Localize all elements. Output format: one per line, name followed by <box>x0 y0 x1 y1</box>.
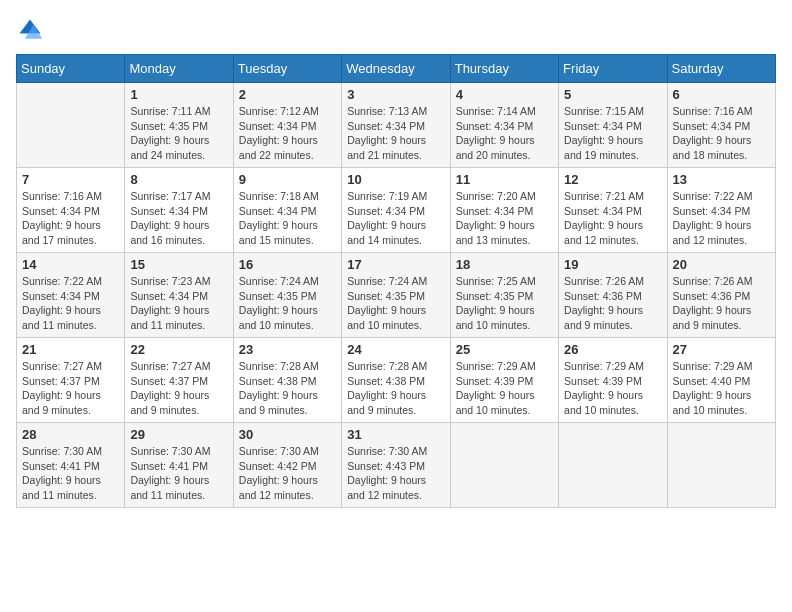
calendar-cell <box>17 83 125 168</box>
day-info: Sunrise: 7:22 AMSunset: 4:34 PMDaylight:… <box>673 189 770 248</box>
day-number: 17 <box>347 257 444 272</box>
calendar-cell: 29Sunrise: 7:30 AMSunset: 4:41 PMDayligh… <box>125 423 233 508</box>
calendar-cell: 26Sunrise: 7:29 AMSunset: 4:39 PMDayligh… <box>559 338 667 423</box>
calendar-header-row: SundayMondayTuesdayWednesdayThursdayFrid… <box>17 55 776 83</box>
calendar-cell <box>559 423 667 508</box>
calendar-cell: 30Sunrise: 7:30 AMSunset: 4:42 PMDayligh… <box>233 423 341 508</box>
day-number: 11 <box>456 172 553 187</box>
day-number: 19 <box>564 257 661 272</box>
day-number: 2 <box>239 87 336 102</box>
day-number: 3 <box>347 87 444 102</box>
day-number: 15 <box>130 257 227 272</box>
day-number: 25 <box>456 342 553 357</box>
day-number: 6 <box>673 87 770 102</box>
calendar-cell: 20Sunrise: 7:26 AMSunset: 4:36 PMDayligh… <box>667 253 775 338</box>
calendar-cell: 4Sunrise: 7:14 AMSunset: 4:34 PMDaylight… <box>450 83 558 168</box>
calendar-cell: 13Sunrise: 7:22 AMSunset: 4:34 PMDayligh… <box>667 168 775 253</box>
column-header-thursday: Thursday <box>450 55 558 83</box>
calendar-cell: 23Sunrise: 7:28 AMSunset: 4:38 PMDayligh… <box>233 338 341 423</box>
day-number: 5 <box>564 87 661 102</box>
calendar-cell: 17Sunrise: 7:24 AMSunset: 4:35 PMDayligh… <box>342 253 450 338</box>
calendar-cell: 6Sunrise: 7:16 AMSunset: 4:34 PMDaylight… <box>667 83 775 168</box>
logo-icon <box>16 16 44 44</box>
calendar-cell: 10Sunrise: 7:19 AMSunset: 4:34 PMDayligh… <box>342 168 450 253</box>
day-info: Sunrise: 7:30 AMSunset: 4:41 PMDaylight:… <box>22 444 119 503</box>
day-number: 26 <box>564 342 661 357</box>
day-info: Sunrise: 7:11 AMSunset: 4:35 PMDaylight:… <box>130 104 227 163</box>
calendar-cell: 1Sunrise: 7:11 AMSunset: 4:35 PMDaylight… <box>125 83 233 168</box>
calendar-cell: 16Sunrise: 7:24 AMSunset: 4:35 PMDayligh… <box>233 253 341 338</box>
day-info: Sunrise: 7:12 AMSunset: 4:34 PMDaylight:… <box>239 104 336 163</box>
day-number: 22 <box>130 342 227 357</box>
day-number: 24 <box>347 342 444 357</box>
day-info: Sunrise: 7:20 AMSunset: 4:34 PMDaylight:… <box>456 189 553 248</box>
day-info: Sunrise: 7:26 AMSunset: 4:36 PMDaylight:… <box>673 274 770 333</box>
day-number: 1 <box>130 87 227 102</box>
day-number: 29 <box>130 427 227 442</box>
day-info: Sunrise: 7:26 AMSunset: 4:36 PMDaylight:… <box>564 274 661 333</box>
day-number: 21 <box>22 342 119 357</box>
calendar-cell: 22Sunrise: 7:27 AMSunset: 4:37 PMDayligh… <box>125 338 233 423</box>
calendar-cell: 28Sunrise: 7:30 AMSunset: 4:41 PMDayligh… <box>17 423 125 508</box>
day-info: Sunrise: 7:24 AMSunset: 4:35 PMDaylight:… <box>239 274 336 333</box>
day-info: Sunrise: 7:30 AMSunset: 4:41 PMDaylight:… <box>130 444 227 503</box>
calendar-cell: 19Sunrise: 7:26 AMSunset: 4:36 PMDayligh… <box>559 253 667 338</box>
day-number: 27 <box>673 342 770 357</box>
day-number: 18 <box>456 257 553 272</box>
day-number: 13 <box>673 172 770 187</box>
day-number: 12 <box>564 172 661 187</box>
day-info: Sunrise: 7:30 AMSunset: 4:43 PMDaylight:… <box>347 444 444 503</box>
calendar-cell: 24Sunrise: 7:28 AMSunset: 4:38 PMDayligh… <box>342 338 450 423</box>
day-info: Sunrise: 7:23 AMSunset: 4:34 PMDaylight:… <box>130 274 227 333</box>
day-number: 4 <box>456 87 553 102</box>
calendar-cell <box>450 423 558 508</box>
day-info: Sunrise: 7:16 AMSunset: 4:34 PMDaylight:… <box>22 189 119 248</box>
calendar-cell: 25Sunrise: 7:29 AMSunset: 4:39 PMDayligh… <box>450 338 558 423</box>
calendar-cell <box>667 423 775 508</box>
day-number: 7 <box>22 172 119 187</box>
day-number: 10 <box>347 172 444 187</box>
day-number: 14 <box>22 257 119 272</box>
calendar-cell: 14Sunrise: 7:22 AMSunset: 4:34 PMDayligh… <box>17 253 125 338</box>
calendar-cell: 27Sunrise: 7:29 AMSunset: 4:40 PMDayligh… <box>667 338 775 423</box>
day-info: Sunrise: 7:18 AMSunset: 4:34 PMDaylight:… <box>239 189 336 248</box>
calendar-cell: 5Sunrise: 7:15 AMSunset: 4:34 PMDaylight… <box>559 83 667 168</box>
calendar-week-row: 14Sunrise: 7:22 AMSunset: 4:34 PMDayligh… <box>17 253 776 338</box>
calendar-cell: 8Sunrise: 7:17 AMSunset: 4:34 PMDaylight… <box>125 168 233 253</box>
calendar-cell: 31Sunrise: 7:30 AMSunset: 4:43 PMDayligh… <box>342 423 450 508</box>
calendar-cell: 9Sunrise: 7:18 AMSunset: 4:34 PMDaylight… <box>233 168 341 253</box>
day-number: 16 <box>239 257 336 272</box>
day-number: 31 <box>347 427 444 442</box>
day-info: Sunrise: 7:13 AMSunset: 4:34 PMDaylight:… <box>347 104 444 163</box>
calendar-cell: 3Sunrise: 7:13 AMSunset: 4:34 PMDaylight… <box>342 83 450 168</box>
day-info: Sunrise: 7:28 AMSunset: 4:38 PMDaylight:… <box>239 359 336 418</box>
calendar-week-row: 1Sunrise: 7:11 AMSunset: 4:35 PMDaylight… <box>17 83 776 168</box>
day-number: 23 <box>239 342 336 357</box>
calendar-week-row: 7Sunrise: 7:16 AMSunset: 4:34 PMDaylight… <box>17 168 776 253</box>
day-number: 20 <box>673 257 770 272</box>
day-number: 28 <box>22 427 119 442</box>
day-info: Sunrise: 7:28 AMSunset: 4:38 PMDaylight:… <box>347 359 444 418</box>
column-header-saturday: Saturday <box>667 55 775 83</box>
calendar-cell: 7Sunrise: 7:16 AMSunset: 4:34 PMDaylight… <box>17 168 125 253</box>
calendar-cell: 2Sunrise: 7:12 AMSunset: 4:34 PMDaylight… <box>233 83 341 168</box>
column-header-tuesday: Tuesday <box>233 55 341 83</box>
day-info: Sunrise: 7:16 AMSunset: 4:34 PMDaylight:… <box>673 104 770 163</box>
day-info: Sunrise: 7:25 AMSunset: 4:35 PMDaylight:… <box>456 274 553 333</box>
calendar-cell: 11Sunrise: 7:20 AMSunset: 4:34 PMDayligh… <box>450 168 558 253</box>
day-info: Sunrise: 7:29 AMSunset: 4:39 PMDaylight:… <box>456 359 553 418</box>
day-info: Sunrise: 7:19 AMSunset: 4:34 PMDaylight:… <box>347 189 444 248</box>
calendar-cell: 12Sunrise: 7:21 AMSunset: 4:34 PMDayligh… <box>559 168 667 253</box>
day-info: Sunrise: 7:24 AMSunset: 4:35 PMDaylight:… <box>347 274 444 333</box>
day-info: Sunrise: 7:21 AMSunset: 4:34 PMDaylight:… <box>564 189 661 248</box>
day-info: Sunrise: 7:27 AMSunset: 4:37 PMDaylight:… <box>130 359 227 418</box>
column-header-monday: Monday <box>125 55 233 83</box>
day-info: Sunrise: 7:29 AMSunset: 4:40 PMDaylight:… <box>673 359 770 418</box>
calendar-week-row: 21Sunrise: 7:27 AMSunset: 4:37 PMDayligh… <box>17 338 776 423</box>
day-info: Sunrise: 7:14 AMSunset: 4:34 PMDaylight:… <box>456 104 553 163</box>
day-info: Sunrise: 7:22 AMSunset: 4:34 PMDaylight:… <box>22 274 119 333</box>
day-info: Sunrise: 7:17 AMSunset: 4:34 PMDaylight:… <box>130 189 227 248</box>
column-header-sunday: Sunday <box>17 55 125 83</box>
calendar-cell: 18Sunrise: 7:25 AMSunset: 4:35 PMDayligh… <box>450 253 558 338</box>
day-info: Sunrise: 7:29 AMSunset: 4:39 PMDaylight:… <box>564 359 661 418</box>
